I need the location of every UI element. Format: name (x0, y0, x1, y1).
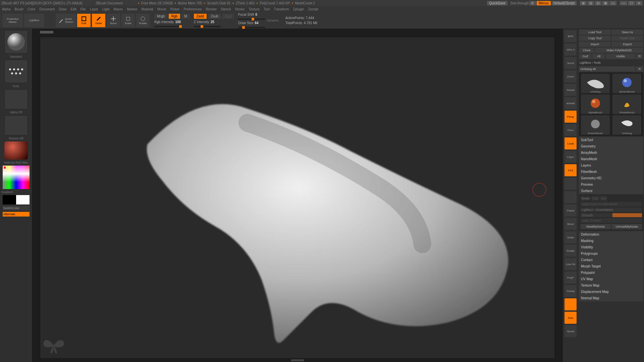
rotate-button[interactable]: Rotate (136, 14, 150, 27)
menu-material[interactable]: Material (142, 7, 154, 11)
menu-stroke[interactable]: Stroke (235, 7, 245, 11)
rstrip-persp[interactable]: Persp (565, 111, 577, 123)
win-icon-1[interactable]: ⊞ (580, 1, 587, 5)
menu-zplugin[interactable]: Zplugin (293, 7, 304, 11)
menu-light[interactable]: Light (102, 7, 110, 11)
menu-layer[interactable]: Layer (90, 7, 98, 11)
z-intensity-slider[interactable] (194, 26, 221, 27)
section-nanomesh[interactable]: NanoMesh (579, 156, 643, 162)
rstrip-bpr[interactable]: BPR (565, 30, 577, 42)
viewport[interactable] (40, 37, 555, 359)
menu-preferences[interactable]: Preferences (184, 7, 202, 11)
section-arraymesh[interactable]: ArrayMesh (579, 149, 643, 156)
menu-brush[interactable]: Brush (15, 7, 23, 11)
tool-thumb-eraser[interactable]: EraserBrush (581, 115, 610, 135)
switchcolor-button[interactable]: SwitchColor (3, 206, 30, 210)
section-geometry[interactable]: Geometry (579, 143, 643, 149)
lightbox-tools-link[interactable]: Lightbox › Tools (579, 60, 643, 66)
close-icon[interactable]: ✕ (636, 1, 642, 5)
menu-document[interactable]: Document (40, 7, 55, 11)
section-polygroups[interactable]: Polygroups (579, 250, 643, 257)
section-normal-map[interactable]: Normal Map (579, 295, 643, 301)
goz-r-button[interactable]: R (636, 54, 643, 59)
swatch-white[interactable] (16, 195, 30, 204)
section-subtool[interactable]: SubTool (579, 137, 643, 143)
tool-thumb-umhang[interactable]: Umhang (581, 74, 610, 93)
section-surface[interactable]: Surface (579, 188, 643, 194)
win-icon-2[interactable]: ⊟ (587, 1, 594, 5)
alpha-thumbnail[interactable] (4, 89, 28, 109)
zcut-button[interactable]: Zcut (222, 14, 234, 19)
smooth-slider[interactable]: Smooth (580, 213, 642, 217)
m-button[interactable]: M (181, 14, 190, 19)
section-contact[interactable]: Contact (579, 257, 643, 263)
menu-marker[interactable]: Marker (127, 7, 137, 11)
rstrip-aahalf[interactable]: AAHalf (565, 97, 577, 109)
unmaskbynoise-button[interactable]: UnmaskByNoise (611, 224, 642, 229)
scale-button[interactable]: Scale (121, 14, 135, 27)
swatch-black[interactable] (3, 195, 16, 204)
copy-tool-button[interactable]: Copy Tool (579, 36, 611, 41)
edit-button[interactable]: Edit (77, 14, 91, 27)
rstrip-line-fill[interactable]: Line Fill (565, 258, 577, 270)
rstrip-polyf[interactable]: PolyF (565, 272, 577, 284)
rstrip-scale[interactable]: Scale (565, 231, 577, 243)
section-visibility[interactable]: Visibility (579, 244, 643, 250)
zsub-button[interactable]: Zsub (208, 14, 221, 19)
apply-mesh-button[interactable]: Apply To Mesh (580, 218, 642, 223)
menu-alpha[interactable]: Alpha (2, 7, 11, 11)
rstrip-zoom[interactable]: Zoom (565, 70, 577, 82)
material-thumbnail[interactable] (4, 141, 28, 160)
win-icon-5[interactable]: ▭ (609, 1, 616, 5)
rstrip-actual[interactable]: Actual (565, 84, 577, 96)
rstrip-move[interactable]: Move (565, 218, 577, 230)
menu-transform[interactable]: Transform (274, 7, 289, 11)
stroke-thumbnail[interactable] (4, 60, 28, 83)
brush-thumbnail[interactable] (4, 30, 28, 54)
apply-nano-button[interactable]: Apply Noise To NanoMesh (580, 202, 642, 206)
mrgb-button[interactable]: Mrgb (154, 14, 167, 19)
shelf-handle[interactable] (40, 31, 53, 34)
drawsize-slider[interactable] (238, 27, 265, 28)
win-icon-3[interactable]: ⊡ (595, 1, 601, 5)
menu-edit[interactable]: Edit (71, 7, 76, 11)
minimize-icon[interactable]: — (620, 1, 627, 5)
tool-thumb-umhang2[interactable]: Umhang (612, 115, 641, 135)
section-texture-map[interactable]: Texture Map (579, 282, 643, 289)
rstrip-btn12[interactable] (565, 191, 577, 203)
rstrip-transp[interactable]: Transp (565, 285, 577, 297)
section-uv-map[interactable]: UV Map (579, 276, 643, 282)
rstrip-local[interactable]: Local (565, 137, 577, 149)
quicksave-button[interactable]: QuickSave (487, 1, 507, 5)
noise-button[interactable]: Noise (580, 196, 591, 201)
section-layers[interactable]: Layers (579, 162, 643, 169)
rstrip-spix-3[interactable]: SPix 3 (565, 44, 577, 56)
section-polypaint[interactable]: Polypaint (579, 269, 643, 276)
rgb-intensity-slider[interactable] (154, 26, 181, 27)
tool-r-button[interactable]: R (636, 66, 643, 72)
rstrip-scroll[interactable]: Scroll (565, 57, 577, 69)
paste-tool-button[interactable]: Paste Tool (611, 36, 643, 41)
texture-thumbnail[interactable] (4, 115, 28, 135)
bottom-handle[interactable] (291, 359, 304, 361)
menu-movie[interactable]: Movie (157, 7, 166, 11)
load-tool-button[interactable]: Load Tool (579, 29, 611, 35)
tool-thumb-alpha[interactable]: AlphaBrush (581, 95, 610, 114)
section-deformation[interactable]: Deformation (579, 231, 643, 238)
alternate-button[interactable]: Alternate (3, 212, 30, 217)
rstrip-lsym[interactable]: LSym (565, 151, 577, 163)
projection-master-button[interactable]: Projection Master (3, 14, 23, 27)
picker-handle[interactable] (3, 166, 6, 169)
goz-visible-button[interactable]: Visible (606, 54, 635, 59)
menu-tool[interactable]: Tool (264, 7, 270, 11)
menu-color[interactable]: Color (28, 7, 36, 11)
import-button[interactable]: Import (579, 42, 611, 47)
maskbynoise-button[interactable]: MaskByNoise (580, 224, 611, 229)
seethrough-value[interactable]: 0 (529, 1, 536, 5)
menu-macro[interactable]: Macro (114, 7, 123, 11)
menu-render[interactable]: Render (206, 7, 217, 11)
section-morph-target[interactable]: Morph Target (579, 263, 643, 269)
rstrip-btn11[interactable] (565, 178, 577, 190)
menu-texture[interactable]: Texture (249, 7, 260, 11)
lightbox-button[interactable]: LightBox (24, 14, 44, 27)
